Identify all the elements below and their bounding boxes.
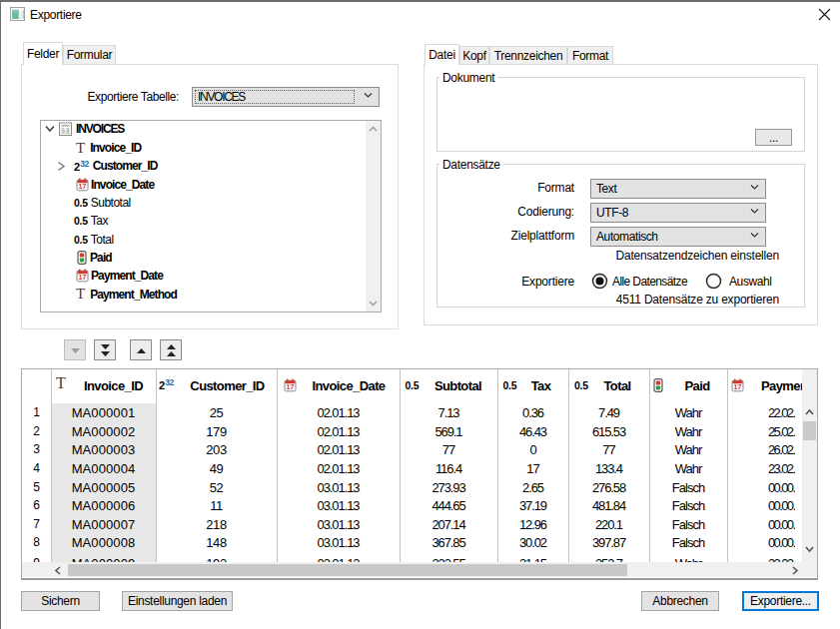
svg-text:17: 17 bbox=[79, 183, 87, 190]
svg-text:17: 17 bbox=[287, 383, 295, 390]
svg-text:17: 17 bbox=[734, 383, 742, 390]
svg-text:17: 17 bbox=[79, 274, 87, 281]
